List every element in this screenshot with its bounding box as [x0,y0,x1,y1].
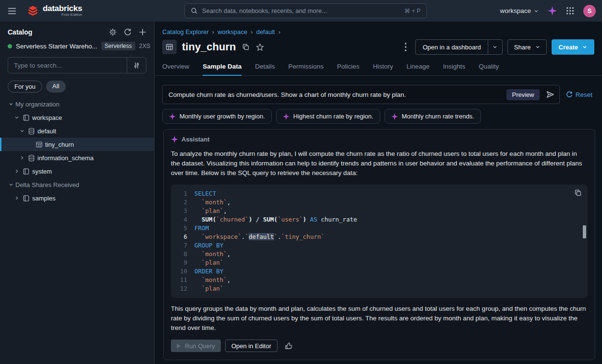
favorite-star-icon[interactable] [256,43,264,51]
tree-item-label: system [32,168,52,175]
tree-item-workspace[interactable]: workspace [0,111,154,124]
breadcrumb-catalog-explorer[interactable]: Catalog Explorer [162,28,209,35]
suggestion-chip-user-growth[interactable]: Monthly user growth by region. [162,109,272,124]
chevron-right-icon[interactable] [18,155,26,160]
catalog-search-input[interactable]: Type to search... [8,57,146,73]
catalog-icon [21,114,31,121]
tree-item-samples[interactable]: samples [0,191,154,205]
send-icon[interactable] [546,90,554,99]
chevron-right-icon[interactable] [12,196,21,200]
reset-button[interactable]: Reset [566,91,594,98]
search-icon [191,7,198,14]
chevron-down-icon [582,45,587,49]
table-tabs: Overview Sample Data Details Permissions… [155,55,602,76]
preview-button[interactable]: Preview [506,89,539,100]
assistant-prompt-input[interactable]: Compute churn rate as churned/users. Sho… [162,85,560,104]
share-label: Share [514,44,531,51]
databricks-logo[interactable]: databricks Free Edition [27,5,82,17]
sparkle-icon [391,113,398,120]
sparkle-icon [169,113,176,120]
tree-item-label: Delta Shares Received [15,181,79,188]
tab-permissions[interactable]: Permissions [289,63,324,75]
filter-icon[interactable] [127,58,146,73]
databricks-logo-icon [27,5,39,17]
warehouse-selector[interactable]: Serverless Starter Wareho... Serverless … [0,39,154,52]
tree-item-my-organization[interactable]: My organization [0,97,154,111]
create-button[interactable]: Create [552,39,594,55]
open-in-editor-button[interactable]: Open in Editor [225,340,277,352]
warehouse-status-icon [8,44,12,48]
chevron-down-icon [534,9,539,13]
breadcrumb-separator: › [278,28,280,35]
table-icon [162,40,177,54]
tab-insights[interactable]: Insights [443,63,466,75]
refresh-icon [566,91,573,98]
create-label: Create [559,44,578,51]
suggestion-chip-highest-churn[interactable]: Highest churn rate by region. [276,109,380,124]
chevron-down-icon[interactable] [18,129,26,133]
tab-policies[interactable]: Policies [337,63,360,75]
tab-sample-data[interactable]: Sample Data [203,63,241,76]
run-query-label: Run Query [185,342,215,350]
tab-history[interactable]: History [373,63,393,75]
filter-pill-for-you[interactable]: For you [8,81,42,93]
warehouse-type-badge: Serverless [101,42,135,50]
tree-item-label: samples [32,195,55,202]
main-content: Catalog Explorer › workspace › default ›… [155,22,602,364]
tab-lineage[interactable]: Lineage [407,63,430,75]
workspace-switcher[interactable]: workspace [500,7,539,14]
thumbs-up-icon[interactable] [285,342,293,350]
chevron-down-icon[interactable] [12,115,21,120]
page-title: tiny_churn [182,41,236,53]
table-icon [34,141,44,148]
app-switcher-grid-icon[interactable] [566,7,574,15]
tree-item-label: information_schema [37,154,94,162]
breadcrumb-default[interactable]: default [256,28,275,35]
more-actions-kebab-icon[interactable] [401,43,410,51]
hamburger-menu-icon[interactable] [8,8,16,14]
user-avatar[interactable]: S [583,5,596,17]
open-in-dashboard-label[interactable]: Open in a dashboard [416,40,487,54]
tree-item-system[interactable]: system [0,164,154,178]
share-button[interactable]: Share [507,39,547,55]
search-shortcut: ⌘ + P [404,8,421,14]
search-placeholder: Search data, notebooks, recents, and mor… [202,7,400,14]
tree-item-delta-shares-received[interactable]: Delta Shares Received [0,178,154,191]
tree-item-default[interactable]: default [0,124,154,138]
tree-item-label: My organization [15,101,60,108]
chevron-down-icon[interactable] [7,102,15,106]
gear-icon[interactable] [109,28,117,36]
topbar: databricks Free Edition Search data, not… [0,0,602,22]
chevron-right-icon[interactable] [12,169,21,174]
tab-quality[interactable]: Quality [479,63,499,75]
edition-label: Free Edition [61,12,82,17]
tab-details[interactable]: Details [255,63,275,75]
suggestion-label: Highest churn rate by region. [293,113,373,120]
add-catalog-icon[interactable] [139,28,146,36]
breadcrumb-workspace[interactable]: workspace [217,28,247,35]
code-scrollbar-handle[interactable] [583,225,586,238]
copy-code-icon[interactable] [574,189,582,197]
workspace-label: workspace [500,7,531,14]
tree-item-information-schema[interactable]: information_schema [0,151,154,164]
refresh-icon[interactable] [124,28,132,36]
tab-overview[interactable]: Overview [162,63,189,75]
catalog-sidebar: Catalog Server [0,22,155,364]
catalog-icon [21,195,31,202]
schema-icon [26,128,36,135]
suggestion-chips: Monthly user growth by region. Highest c… [162,109,594,124]
run-query-button[interactable]: Run Query [171,340,221,352]
copy-name-icon[interactable] [242,43,250,51]
assistant-outro-text: This query groups the data by month and … [171,304,588,333]
open-in-dashboard-button[interactable]: Open in a dashboard [415,39,502,55]
prompt-value: Compute churn rate as churned/users. Sho… [169,91,500,98]
tree-item-tiny-churn[interactable]: tiny_churn [0,138,154,151]
assistant-sparkle-icon[interactable] [548,6,557,15]
sql-code-lines: 1SELECT2 `month`,3 `plan`,4 SUM(`churned… [171,189,588,293]
global-search-input[interactable]: Search data, notebooks, recents, and mor… [184,3,427,18]
filter-pill-all[interactable]: All [46,81,65,93]
suggestion-chip-churn-trends[interactable]: Monthly churn rate trends. [385,109,481,124]
play-icon [177,343,181,349]
chevron-down-icon[interactable] [7,182,15,187]
chevron-down-icon[interactable] [488,40,502,54]
